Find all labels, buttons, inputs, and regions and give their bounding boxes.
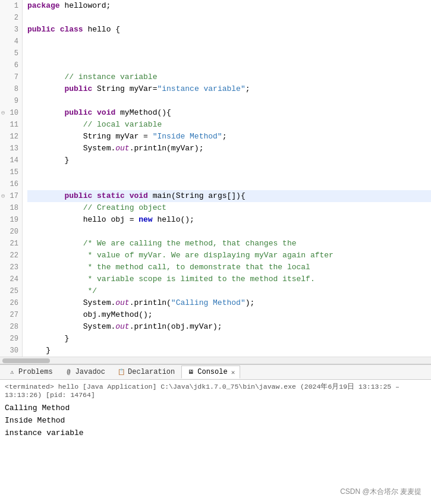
line-number: 4 bbox=[0, 36, 22, 48]
line-number: 9 bbox=[0, 95, 22, 107]
line-number: 27 bbox=[0, 309, 22, 321]
code-line: } bbox=[27, 333, 431, 345]
line-number: 21 bbox=[0, 238, 22, 250]
line-number: 5 bbox=[0, 48, 22, 59]
line-number: 30 bbox=[0, 345, 22, 357]
code-line: System.out.println(myVar); bbox=[27, 143, 431, 155]
code-line: System.out.println(obj.myVar); bbox=[27, 321, 431, 333]
line-number: 14 bbox=[0, 155, 22, 166]
line-number: 26 bbox=[0, 297, 22, 309]
code-line: * value of myVar. We are displaying myVa… bbox=[27, 250, 431, 262]
console-output-line: instance variable bbox=[5, 427, 426, 440]
code-line: public String myVar="instance variable"; bbox=[27, 83, 431, 95]
tab-problems[interactable]: ⚠Problems bbox=[2, 366, 58, 379]
code-line bbox=[27, 48, 431, 59]
editor-area: 1234567891011121314151617181920212223242… bbox=[0, 0, 431, 364]
tab-console[interactable]: 🖥Console✕ bbox=[181, 366, 240, 379]
line-number: 7 bbox=[0, 71, 22, 83]
line-number: 19 bbox=[0, 214, 22, 226]
code-line: System.out.println("Calling Method"); bbox=[27, 297, 431, 309]
code-line: public static void main(String args[]){ bbox=[27, 190, 431, 202]
code-line: package helloword; bbox=[27, 0, 431, 12]
line-number: 20 bbox=[0, 226, 22, 238]
line-number: 12 bbox=[0, 131, 22, 143]
code-line: * the method call, to demonstrate that t… bbox=[27, 262, 431, 273]
problems-tab-icon: ⚠ bbox=[8, 368, 16, 376]
code-line bbox=[27, 12, 431, 24]
code-line bbox=[27, 95, 431, 107]
console-tab-icon: 🖥 bbox=[187, 368, 195, 376]
line-number: 10 bbox=[0, 107, 22, 119]
scroll-thumb[interactable] bbox=[2, 358, 50, 363]
line-number: 24 bbox=[0, 273, 22, 285]
tab-declaration[interactable]: 📋Declaration bbox=[112, 366, 180, 379]
code-line: obj.myMethod(); bbox=[27, 309, 431, 321]
declaration-tab-icon: 📋 bbox=[117, 368, 125, 376]
code-line: * variable scope is limited to the metho… bbox=[27, 273, 431, 285]
line-number: 22 bbox=[0, 250, 22, 262]
code-line: /* We are calling the method, that chang… bbox=[27, 238, 431, 250]
code-lines: package helloword; public class hello { … bbox=[23, 0, 431, 357]
code-line: String myVar = "Inside Method"; bbox=[27, 131, 431, 143]
declaration-tab-label: Declaration bbox=[128, 368, 175, 376]
code-line: // local variable bbox=[27, 119, 431, 131]
line-number: 13 bbox=[0, 143, 22, 155]
console-output-line: Inside Method bbox=[5, 415, 426, 427]
console-status: <terminated> hello [Java Application] C:… bbox=[5, 382, 426, 399]
line-number: 2 bbox=[0, 12, 22, 24]
line-number: 28 bbox=[0, 321, 22, 333]
line-number: 6 bbox=[0, 59, 22, 71]
javadoc-tab-label: Javadoc bbox=[75, 368, 105, 376]
watermark: CSDN @木合塔尔 麦麦提 bbox=[340, 487, 421, 497]
code-line: public class hello { bbox=[27, 24, 431, 36]
console-area[interactable]: <terminated> hello [Java Application] C:… bbox=[0, 380, 431, 504]
code-line: } bbox=[27, 155, 431, 166]
code-line: public void myMethod(){ bbox=[27, 107, 431, 119]
console-tab-close[interactable]: ✕ bbox=[231, 368, 235, 376]
code-line bbox=[27, 178, 431, 190]
javadoc-tab-icon: @ bbox=[65, 368, 73, 376]
console-output-line: Calling Method bbox=[5, 402, 426, 415]
line-number: 25 bbox=[0, 285, 22, 297]
code-container[interactable]: 1234567891011121314151617181920212223242… bbox=[0, 0, 431, 357]
bottom-panel: ⚠Problems@Javadoc📋Declaration🖥Console✕ <… bbox=[0, 364, 431, 504]
line-number: 16 bbox=[0, 178, 22, 190]
code-line bbox=[27, 59, 431, 71]
line-number: 23 bbox=[0, 262, 22, 273]
line-numbers: 1234567891011121314151617181920212223242… bbox=[0, 0, 23, 357]
console-output: Calling MethodInside Methodinstance vari… bbox=[5, 402, 426, 439]
line-number: 11 bbox=[0, 119, 22, 131]
line-number: 15 bbox=[0, 166, 22, 178]
line-number: 8 bbox=[0, 83, 22, 95]
tab-bar: ⚠Problems@Javadoc📋Declaration🖥Console✕ bbox=[0, 364, 431, 380]
console-tab-label: Console bbox=[197, 368, 227, 376]
line-number: 3 bbox=[0, 24, 22, 36]
code-line: // Creating object bbox=[27, 202, 431, 214]
line-number: 29 bbox=[0, 333, 22, 345]
tab-javadoc[interactable]: @Javadoc bbox=[59, 366, 111, 379]
code-line bbox=[27, 226, 431, 238]
code-line bbox=[27, 36, 431, 48]
code-line: } bbox=[27, 345, 431, 357]
line-number: 18 bbox=[0, 202, 22, 214]
line-number: 1 bbox=[0, 0, 22, 12]
line-number: 17 bbox=[0, 190, 22, 202]
code-line bbox=[27, 166, 431, 178]
horizontal-scrollbar[interactable] bbox=[0, 357, 431, 364]
code-line: */ bbox=[27, 285, 431, 297]
code-line: hello obj = new hello(); bbox=[27, 214, 431, 226]
problems-tab-label: Problems bbox=[18, 368, 53, 376]
code-line: // instance variable bbox=[27, 71, 431, 83]
